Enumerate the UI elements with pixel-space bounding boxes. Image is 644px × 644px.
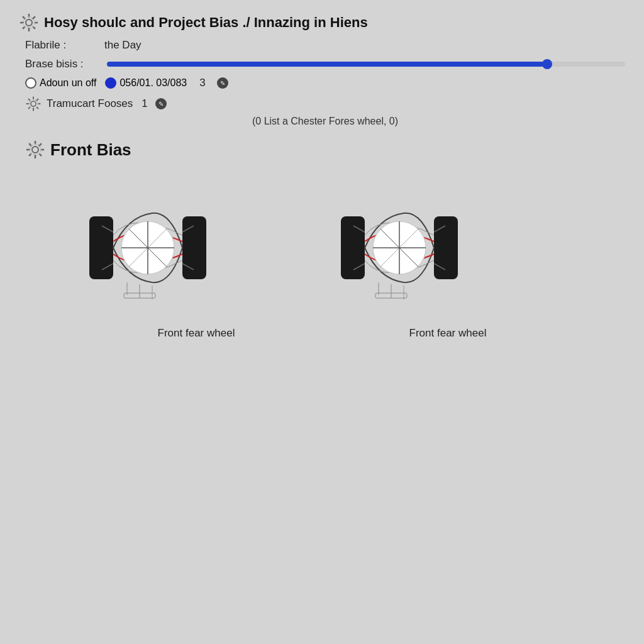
- car-diagram-2: [341, 179, 555, 317]
- svg-rect-30: [89, 216, 113, 279]
- brase-row: Brase bisis :: [19, 58, 625, 70]
- svg-rect-45: [341, 216, 365, 279]
- diagram-item-2: Front fear wheel: [341, 179, 555, 340]
- tramucart-row: Tramucart Fooses 1 ✎: [19, 96, 625, 112]
- page-title: Hosy shoulc and Project Bias ./ Innazing…: [44, 14, 368, 31]
- svg-line-7: [33, 16, 35, 19]
- tramucart-value: 1: [142, 97, 147, 110]
- slider-thumb[interactable]: [542, 59, 552, 69]
- radio-on-circle: [105, 77, 116, 89]
- front-bias-section: Front Bias: [19, 140, 625, 160]
- car-diagram-1: [89, 179, 303, 317]
- flabrile-label: Flabrile :: [25, 39, 101, 52]
- diagram-1-caption: Front fear wheel: [158, 327, 235, 340]
- brase-slider[interactable]: [107, 58, 625, 70]
- edit-icon-1[interactable]: ✎: [217, 77, 228, 89]
- gear-icon: [19, 13, 39, 33]
- svg-point-0: [26, 19, 32, 26]
- front-bias-title: Front Bias: [50, 140, 131, 160]
- svg-point-20: [32, 147, 38, 153]
- radio-off-item[interactable]: Adoun un off: [25, 77, 96, 89]
- svg-line-27: [39, 143, 42, 146]
- radio-num: 3: [199, 77, 205, 89]
- front-bias-gear-icon: [25, 140, 45, 160]
- radio-off-label: Adoun un off: [40, 77, 96, 89]
- svg-line-17: [36, 99, 38, 101]
- tramucart-label: Tramucart Fooses: [47, 97, 133, 110]
- sub-info: (0 List a Chester Fores wheel, 0): [19, 116, 625, 127]
- radio-value: 056/01. 03/083: [119, 77, 187, 89]
- slider-track: [107, 62, 625, 67]
- radio-row: Adoun un off 056/01. 03/083 3 ✎: [19, 77, 625, 89]
- flabrile-value: the Day: [104, 39, 142, 52]
- diagram-2-caption: Front fear wheel: [409, 327, 487, 340]
- radio-off-circle: [25, 77, 36, 89]
- svg-point-10: [31, 101, 36, 106]
- flabrile-row: Flabrile : the Day: [19, 39, 625, 52]
- tramucart-gear-icon: [25, 96, 42, 112]
- diagram-item-1: Front fear wheel: [89, 179, 303, 340]
- svg-rect-46: [434, 216, 458, 279]
- svg-rect-31: [182, 216, 206, 279]
- edit-icon-2[interactable]: ✎: [155, 98, 167, 109]
- title-row: Hosy shoulc and Project Bias ./ Innazing…: [19, 13, 625, 33]
- diagrams-row: Front fear wheel: [19, 179, 625, 340]
- radio-on-item[interactable]: 056/01. 03/083: [105, 77, 187, 89]
- brase-label: Brase bisis :: [25, 58, 101, 70]
